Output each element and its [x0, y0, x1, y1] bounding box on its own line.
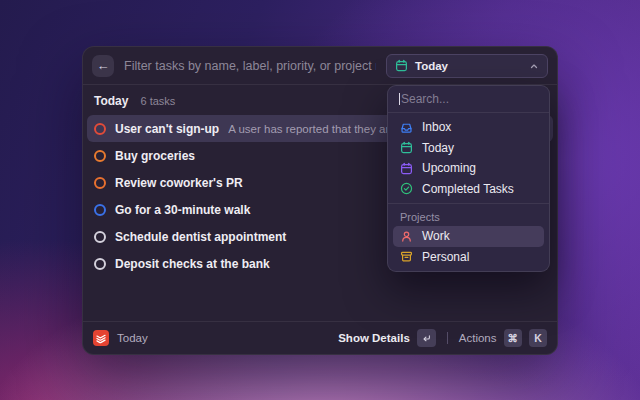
dropdown-item-label: Personal [422, 250, 469, 264]
views-group: Inbox Today Upcoming [388, 113, 549, 203]
show-details-button[interactable]: Show Details [338, 329, 436, 347]
todoist-logo [93, 330, 109, 346]
archive-box-icon [400, 250, 413, 263]
projects-section-label: Projects [388, 204, 549, 226]
person-icon [400, 230, 413, 243]
inbox-icon [400, 121, 413, 134]
filter-bar: ← Today [83, 47, 557, 85]
projects-group: Work Personal [388, 226, 549, 271]
return-key-icon [417, 329, 436, 347]
calendar-upcoming-icon [400, 162, 413, 175]
task-count: 6 tasks [140, 95, 175, 107]
dropdown-item-completed-tasks[interactable]: Completed Tasks [393, 179, 544, 200]
actions-label: Actions [459, 332, 497, 344]
back-button[interactable]: ← [92, 55, 114, 77]
dropdown-item-label: Inbox [422, 120, 451, 134]
footer-divider [447, 332, 448, 344]
dropdown-item-project-work[interactable]: Work [393, 226, 544, 247]
task-checkbox-circle[interactable] [94, 231, 106, 243]
task-title: User can't sign-up [115, 122, 219, 136]
dropdown-search-input[interactable]: Search... [388, 86, 549, 113]
dropdown-search-placeholder: Search... [401, 92, 449, 106]
dropdown-item-label: Today [422, 141, 454, 155]
dropdown-item-label: Upcoming [422, 161, 476, 175]
list-section-title: Today [94, 94, 128, 108]
task-checkbox-circle[interactable] [94, 258, 106, 270]
dropdown-item-inbox[interactable]: Inbox [393, 117, 544, 138]
back-arrow-icon: ← [97, 59, 110, 72]
command-key: ⌘ [504, 329, 523, 347]
task-checkbox-circle[interactable] [94, 204, 106, 216]
task-title: Go for a 30-minute walk [115, 203, 250, 217]
dropdown-item-project-personal[interactable]: Personal [393, 247, 544, 268]
view-filter-label: Today [415, 60, 522, 72]
task-checkbox-circle[interactable] [94, 177, 106, 189]
footer-context-label: Today [117, 332, 148, 344]
dropdown-item-upcoming[interactable]: Upcoming [393, 158, 544, 179]
task-title: Schedule dentist appointment [115, 230, 286, 244]
filter-tasks-input[interactable] [124, 59, 376, 73]
view-filter-dropdown-button[interactable]: Today [386, 54, 548, 78]
check-circle-icon [400, 182, 413, 195]
chevron-up-icon [529, 61, 539, 71]
task-checkbox-circle[interactable] [94, 123, 106, 135]
actions-button[interactable]: Actions ⌘ K [459, 329, 547, 347]
task-checkbox-circle[interactable] [94, 150, 106, 162]
view-filter-dropdown-panel: Search... Inbox Today [387, 85, 550, 272]
text-cursor [399, 93, 400, 105]
calendar-today-icon [395, 59, 408, 72]
show-details-label: Show Details [338, 332, 410, 344]
footer-bar: Today Show Details Actions ⌘ K [83, 321, 557, 354]
k-key: K [529, 329, 547, 347]
dropdown-item-label: Completed Tasks [422, 182, 514, 196]
task-title: Buy groceries [115, 149, 195, 163]
dropdown-item-today[interactable]: Today [393, 138, 544, 159]
task-title: Review coworker's PR [115, 176, 243, 190]
calendar-today-icon [400, 141, 413, 154]
dropdown-item-label: Work [422, 229, 450, 243]
task-title: Deposit checks at the bank [115, 257, 270, 271]
